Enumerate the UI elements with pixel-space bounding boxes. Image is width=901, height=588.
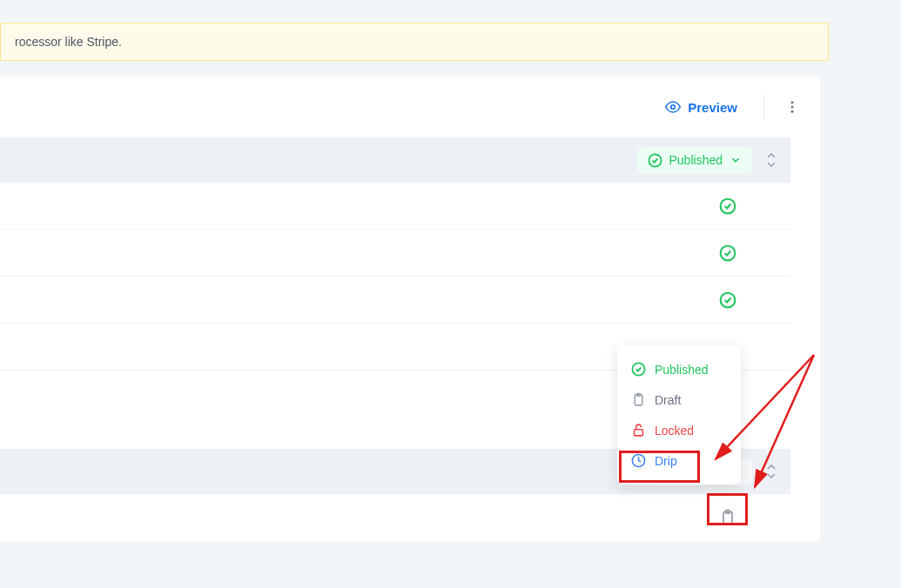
chevron-down-icon <box>764 160 778 169</box>
check-circle-icon <box>719 244 736 262</box>
svg-point-2 <box>791 106 794 109</box>
svg-point-1 <box>791 101 794 104</box>
check-circle-icon <box>631 362 646 377</box>
dropdown-item-label: Locked <box>655 424 694 438</box>
top-bar: Preview <box>0 77 820 137</box>
clipboard-icon <box>631 392 646 407</box>
status-label: Published <box>669 153 723 167</box>
clock-icon <box>631 453 646 468</box>
list-item[interactable] <box>0 183 790 230</box>
status-dropdown-menu: Published Draft Locked Drip <box>617 345 741 484</box>
section-header: Published <box>0 137 790 183</box>
svg-point-3 <box>791 110 794 113</box>
alert-banner: rocessor like Stripe. <box>0 23 829 61</box>
dropdown-item-locked[interactable]: Locked <box>617 415 741 445</box>
list-item[interactable] <box>0 494 790 541</box>
dropdown-item-label: Published <box>655 363 709 377</box>
dropdown-item-label: Drip <box>655 454 677 468</box>
alert-text: rocessor like Stripe. <box>15 35 122 49</box>
check-circle-icon <box>648 153 662 168</box>
status-dropdown-published[interactable]: Published <box>637 147 753 174</box>
chevron-down-icon <box>764 471 778 480</box>
chevron-up-icon <box>764 151 778 160</box>
chevron-up-icon <box>764 463 778 471</box>
chevron-down-icon <box>730 154 742 166</box>
dropdown-item-draft[interactable]: Draft <box>617 384 741 415</box>
list-item[interactable] <box>0 230 790 277</box>
dropdown-item-drip[interactable]: Drip <box>617 445 741 476</box>
sort-handle[interactable] <box>764 151 778 169</box>
check-circle-icon <box>719 291 736 309</box>
lock-icon <box>631 423 646 438</box>
more-menu-button[interactable] <box>780 95 804 119</box>
svg-point-0 <box>671 105 676 110</box>
preview-button[interactable]: Preview <box>655 94 748 120</box>
divider <box>763 95 764 119</box>
list-item[interactable] <box>0 277 790 324</box>
preview-label: Preview <box>688 100 737 115</box>
svg-rect-17 <box>635 430 643 436</box>
dropdown-item-label: Draft <box>655 393 681 407</box>
eye-icon <box>665 99 681 115</box>
dropdown-item-published[interactable]: Published <box>617 354 741 384</box>
check-circle-icon <box>719 197 736 215</box>
more-vertical-icon <box>784 99 800 115</box>
clipboard-icon <box>719 509 736 526</box>
sort-handle[interactable] <box>764 463 778 480</box>
